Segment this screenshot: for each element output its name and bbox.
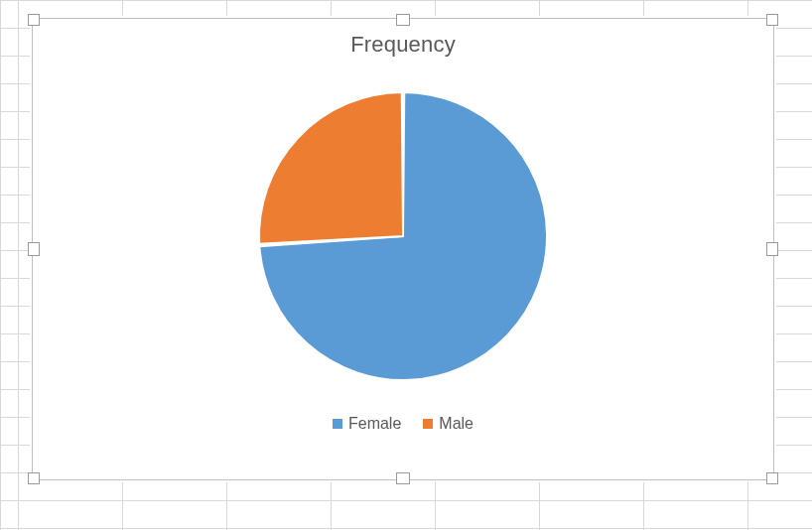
selection-handle-top-left[interactable] bbox=[28, 14, 40, 26]
legend-swatch-icon bbox=[423, 419, 433, 429]
selection-handle-bottom-left[interactable] bbox=[28, 472, 40, 484]
pie-slice-male[interactable] bbox=[259, 92, 403, 244]
selection-handle-bottom-center[interactable] bbox=[396, 472, 410, 484]
chart-area[interactable]: Frequency FemaleMale bbox=[42, 28, 764, 470]
selection-handle-left-center[interactable] bbox=[28, 242, 40, 256]
chart-object[interactable]: Frequency FemaleMale bbox=[30, 16, 776, 482]
pie-chart[interactable] bbox=[254, 87, 552, 385]
plot-area[interactable] bbox=[42, 58, 764, 415]
legend-item-female[interactable]: Female bbox=[333, 415, 401, 433]
selection-handle-top-center[interactable] bbox=[396, 14, 410, 26]
legend-item-male[interactable]: Male bbox=[423, 415, 474, 433]
selection-handle-bottom-right[interactable] bbox=[766, 472, 778, 484]
legend[interactable]: FemaleMale bbox=[42, 415, 764, 433]
legend-label: Male bbox=[439, 415, 474, 433]
legend-label: Female bbox=[348, 415, 401, 433]
selection-handle-top-right[interactable] bbox=[766, 14, 778, 26]
legend-swatch-icon bbox=[333, 419, 342, 429]
chart-title[interactable]: Frequency bbox=[42, 32, 764, 58]
selection-handle-right-center[interactable] bbox=[766, 242, 778, 256]
